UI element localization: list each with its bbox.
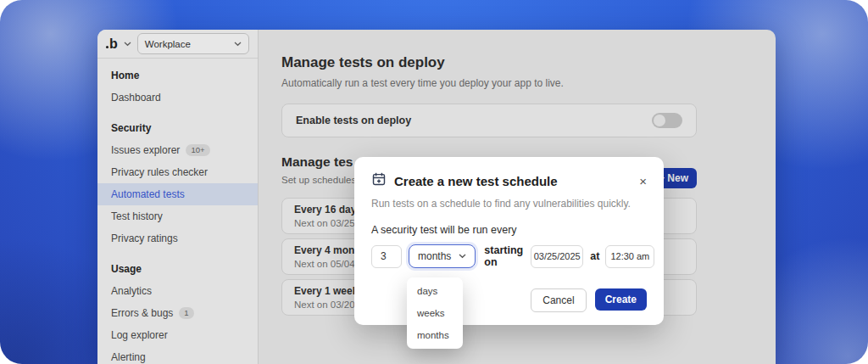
screenshot-canvas: b Workplace Home Dashboard Security Issu… bbox=[0, 0, 868, 364]
dropdown-option-days[interactable]: days bbox=[407, 280, 463, 302]
interval-input[interactable] bbox=[371, 245, 402, 268]
unit-select-value: months bbox=[418, 250, 451, 262]
frequency-label: A security test will be run every bbox=[371, 224, 647, 236]
close-icon[interactable]: × bbox=[639, 175, 647, 188]
dropdown-option-weeks[interactable]: weeks bbox=[407, 302, 463, 324]
date-input[interactable] bbox=[531, 245, 583, 268]
unit-select[interactable]: months bbox=[409, 244, 476, 268]
modal-footer: Cancel Create bbox=[531, 288, 647, 312]
starting-on-label: starting on bbox=[484, 244, 523, 268]
schedule-config-row: months starting on at bbox=[371, 244, 647, 268]
at-label: at bbox=[590, 250, 599, 262]
time-input[interactable] bbox=[605, 245, 654, 268]
create-button[interactable]: Create bbox=[595, 288, 647, 311]
calendar-plus-icon bbox=[371, 171, 387, 190]
create-schedule-modal: Create a new test schedule × Run tests o… bbox=[354, 157, 664, 325]
unit-dropdown-menu: days weeks months bbox=[407, 277, 463, 349]
chevron-down-icon bbox=[459, 254, 466, 259]
modal-subtitle: Run tests on a schedule to find any vuln… bbox=[371, 198, 647, 210]
modal-title: Create a new test schedule bbox=[394, 174, 632, 188]
modal-header: Create a new test schedule × bbox=[371, 171, 647, 190]
cancel-button[interactable]: Cancel bbox=[531, 288, 586, 312]
dropdown-option-months[interactable]: months bbox=[407, 324, 463, 346]
